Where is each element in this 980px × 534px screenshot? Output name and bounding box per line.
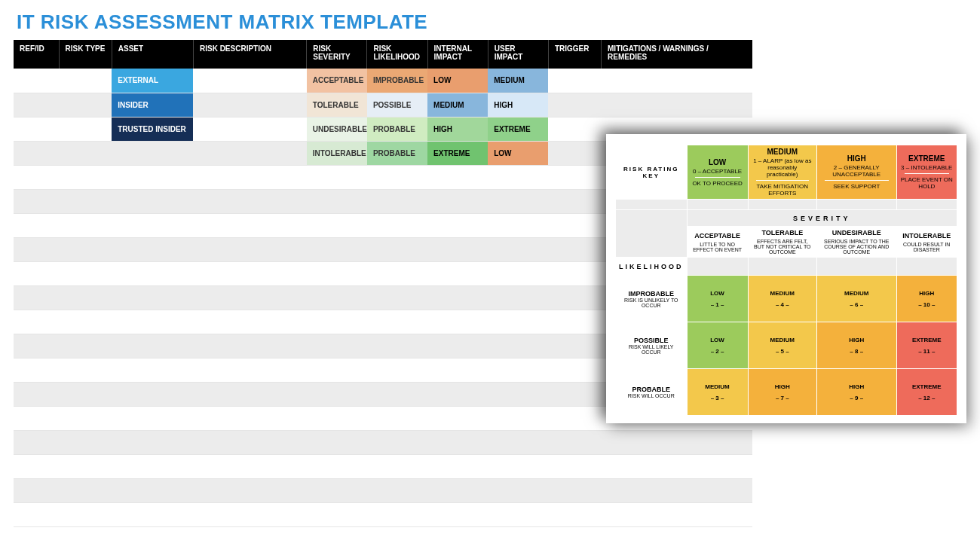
matrix-cell: HIGH– 8 – (816, 322, 896, 369)
table-row[interactable]: EXTERNAL ACCEPTABLE IMPROBABLE LOW MEDIU… (14, 69, 752, 93)
matrix-cell: EXTREME– 12 – (896, 369, 957, 416)
user-impact-cell[interactable]: HIGH (488, 93, 548, 117)
sev-col-acceptable: ACCEPTABLE LITTLE TO NO EFFECT ON EVENT (687, 227, 748, 258)
col-intimpact: INTERNAL IMPACT (427, 40, 488, 69)
col-risktype: RISK TYPE (59, 40, 112, 69)
matrix-cell: LOW– 1 – (687, 276, 748, 322)
col-likelihood: RISK LIKELIHOOD (367, 40, 427, 69)
col-userimpact: USER IMPACT (488, 40, 548, 69)
likelihood-cell[interactable]: PROBABLE (367, 141, 427, 165)
user-impact-cell[interactable]: MEDIUM (488, 69, 548, 93)
asset-cell[interactable]: EXTERNAL (112, 69, 193, 93)
user-impact-cell[interactable]: EXTREME (488, 117, 548, 141)
risk-rating-key-card: RISK RATING KEY LOW 0 – ACCEPTABLE OK TO… (606, 134, 966, 423)
asset-cell[interactable]: TRUSTED INSIDER (112, 117, 193, 141)
level-medium: MEDIUM 1 – ALARP (as low as reasonably p… (748, 145, 816, 200)
user-impact-cell[interactable]: LOW (488, 141, 548, 165)
matrix-cell: MEDIUM– 4 – (748, 276, 816, 322)
likelihood-cell[interactable]: PROBABLE (367, 117, 427, 141)
internal-impact-cell[interactable]: LOW (427, 69, 488, 93)
lik-row-possible: POSSIBLE RISK WILL LIKELY OCCUR (616, 322, 688, 369)
matrix-cell: MEDIUM– 5 – (748, 322, 816, 369)
matrix-cell: HIGH– 10 – (896, 276, 957, 322)
col-mitig: MITIGATIONS / WARNINGS / REMEDIES (602, 40, 752, 69)
likelihood-heading: LIKELIHOOD (616, 258, 688, 276)
internal-impact-cell[interactable]: MEDIUM (427, 93, 488, 117)
table-row[interactable] (14, 454, 752, 478)
col-trigger: TRIGGER (548, 40, 601, 69)
table-row[interactable] (14, 478, 752, 502)
likelihood-cell[interactable]: IMPROBABLE (367, 69, 427, 93)
page-title: IT RISK ASSESSMENT MATRIX TEMPLATE (0, 0, 980, 40)
level-extreme: EXTREME 3 – INTOLERABLE PLACE EVENT ON H… (896, 145, 957, 200)
matrix-cell: MEDIUM– 6 – (816, 276, 896, 322)
matrix-cell: LOW– 2 – (687, 322, 748, 369)
key-title: RISK RATING KEY (616, 145, 688, 200)
sev-col-intolerable: INTOLERABLE COULD RESULT IN DISASTER (896, 227, 957, 258)
table-header-row: REF/ID RISK TYPE ASSET RISK DESCRIPTION … (14, 40, 752, 69)
lik-row-improbable: IMPROBABLE RISK IS UNLIKELY TO OCCUR (616, 276, 688, 322)
col-refid: REF/ID (14, 40, 59, 69)
severity-cell[interactable]: ACCEPTABLE (307, 69, 367, 93)
severity-heading: SEVERITY (687, 210, 957, 227)
sev-col-tolerable: TOLERABLE EFFECTS ARE FELT, BUT NOT CRIT… (748, 227, 816, 258)
col-severity: RISK SEVERITY (307, 40, 367, 69)
internal-impact-cell[interactable]: HIGH (427, 117, 488, 141)
likelihood-cell[interactable]: POSSIBLE (367, 93, 427, 117)
level-low: LOW 0 – ACCEPTABLE OK TO PROCEED (687, 145, 748, 200)
matrix-cell: HIGH– 9 – (816, 369, 896, 416)
col-desc: RISK DESCRIPTION (193, 40, 306, 69)
matrix-cell: HIGH– 7 – (748, 369, 816, 416)
severity-cell[interactable]: UNDESIRABLE (307, 117, 367, 141)
severity-cell[interactable]: TOLERABLE (307, 93, 367, 117)
asset-cell[interactable]: INSIDER (112, 93, 193, 117)
lik-row-probable: PROBABLE RISK WILL OCCUR (616, 369, 688, 416)
internal-impact-cell[interactable]: EXTREME (427, 141, 488, 165)
risk-rating-key-grid: RISK RATING KEY LOW 0 – ACCEPTABLE OK TO… (615, 145, 957, 416)
col-asset: ASSET (112, 40, 193, 69)
sev-col-undesirable: UNDESIRABLE SERIOUS IMPACT TO THE COURSE… (816, 227, 896, 258)
severity-cell[interactable]: INTOLERABLE (307, 141, 367, 165)
matrix-cell: MEDIUM– 3 – (687, 369, 748, 416)
table-row[interactable] (14, 430, 752, 454)
matrix-cell: EXTREME– 11 – (896, 322, 957, 369)
level-high: HIGH 2 – GENERALLY UNACCEPTABLE SEEK SUP… (816, 145, 896, 200)
table-row[interactable]: INSIDER TOLERABLE POSSIBLE MEDIUM HIGH (14, 93, 752, 117)
table-row[interactable] (14, 502, 752, 526)
hatch-corner (616, 210, 688, 258)
